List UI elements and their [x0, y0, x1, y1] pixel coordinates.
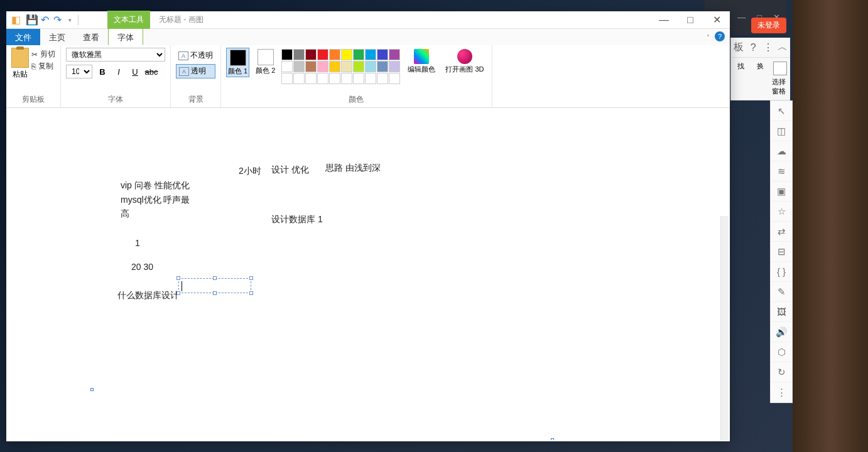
color-swatch[interactable] [281, 49, 293, 60]
rtb-hex-icon[interactable]: ⬡ [771, 342, 792, 362]
rtb-sound-icon[interactable]: 🔊 [771, 322, 792, 342]
color-swatch[interactable] [281, 61, 293, 72]
color-swatch-empty[interactable] [353, 73, 364, 84]
color-swatch[interactable] [365, 61, 376, 72]
paint3d-button[interactable]: 打开画图 3D [443, 48, 486, 75]
color-swatch[interactable] [341, 61, 352, 72]
color-swatch-empty[interactable] [389, 73, 400, 84]
color-swatch[interactable] [317, 49, 328, 60]
paste-button[interactable]: 粘贴 [11, 48, 29, 80]
rtb-cursor-icon[interactable]: ↖ [771, 101, 792, 121]
italic-button[interactable]: I [112, 65, 125, 78]
window-title: 无标题 - 画图 [159, 14, 203, 25]
quick-access-toolbar: ◧ 💾 ↶ ↷ ▾ [6, 14, 84, 26]
strip-board-icon[interactable]: 板 [731, 38, 746, 57]
color2-button[interactable]: 颜色 2 [254, 48, 276, 76]
tab-view[interactable]: 查看 [74, 29, 108, 45]
rtb-flow-icon[interactable]: ≋ [771, 161, 792, 181]
close-button[interactable]: ✕ [703, 11, 730, 29]
chevron-up-icon[interactable]: ︿ [776, 38, 791, 57]
color-swatch[interactable] [329, 49, 340, 60]
color-swatch-empty[interactable] [281, 73, 293, 84]
color-swatch[interactable] [365, 49, 376, 60]
paint-logo-icon[interactable]: ◧ [10, 14, 21, 26]
help-button[interactable]: ? [715, 31, 725, 41]
text-input-box[interactable] [178, 278, 251, 293]
canvas-handle[interactable] [551, 438, 554, 440]
strip-swap[interactable]: 换 [752, 62, 769, 96]
transparent-icon: A [179, 67, 189, 76]
paint-window: ◧ 💾 ↶ ↷ ▾ 文本工具 无标题 - 画图 — □ ✕ 文件 主页 查看 字… [6, 11, 730, 441]
vertical-scrollbar[interactable] [720, 216, 729, 440]
save-icon[interactable]: 💾 [26, 14, 38, 26]
help-icon[interactable]: ? [746, 38, 761, 57]
canvas-handle[interactable] [90, 388, 94, 391]
color-swatch[interactable] [353, 61, 364, 72]
edit-colors-button[interactable]: 编辑颜色 [405, 48, 438, 75]
color-swatch-empty[interactable] [365, 73, 376, 84]
tab-file[interactable]: 文件 [6, 29, 40, 45]
color-swatch[interactable] [305, 49, 317, 60]
qat-dropdown-icon[interactable]: ▾ [64, 14, 75, 26]
rtb-edit-icon[interactable]: ✎ [771, 282, 792, 302]
color-swatch[interactable] [341, 49, 352, 60]
font-family-select[interactable]: 微软雅黑 [66, 48, 165, 62]
rtb-brackets-icon[interactable]: { } [771, 262, 792, 282]
canvas[interactable]: 2小时 设计 优化 思路 由浅到深 vip 问卷 性能优化 mysql优化 呼声… [8, 109, 729, 440]
color-swatch-empty[interactable] [317, 73, 328, 84]
rtb-image-icon[interactable]: 🖼 [771, 302, 792, 322]
rtb-form-icon[interactable]: ⊟ [771, 242, 792, 262]
color-swatch[interactable] [389, 49, 400, 60]
canvas-text: 20 30 [131, 262, 153, 272]
color-swatch[interactable] [317, 61, 328, 72]
color-swatch[interactable] [305, 61, 317, 72]
bg-minimize-icon[interactable]: — [737, 13, 746, 22]
color-swatch[interactable] [389, 61, 400, 72]
color-swatch-empty[interactable] [329, 73, 340, 84]
redo-icon[interactable]: ↷ [52, 14, 63, 26]
color-swatch[interactable] [293, 61, 305, 72]
undo-icon[interactable]: ↶ [39, 14, 50, 26]
rtb-shapes-icon[interactable]: ◫ [771, 121, 792, 141]
bold-button[interactable]: B [96, 65, 109, 78]
color-swatch-empty[interactable] [377, 73, 388, 84]
group-clipboard-label: 剪贴板 [11, 92, 55, 105]
login-button[interactable]: 未登录 [751, 18, 786, 33]
rtb-equals-icon[interactable]: ⇄ [771, 222, 792, 242]
strip-find[interactable]: 找 [732, 62, 749, 96]
color1-button[interactable]: 颜色 1 [226, 48, 249, 77]
tab-home[interactable]: 主页 [40, 29, 74, 45]
strikethrough-button[interactable]: abc [145, 65, 158, 78]
color-swatch[interactable] [377, 61, 388, 72]
color2-label: 颜色 2 [256, 67, 275, 75]
copy-button[interactable]: ⎘复制 [31, 61, 55, 72]
color-swatch[interactable] [353, 49, 364, 60]
maximize-button[interactable]: □ [677, 11, 703, 29]
tab-text[interactable]: 字体 [108, 29, 143, 45]
transparent-button[interactable]: A透明 [176, 64, 215, 78]
cut-button[interactable]: ✂剪切 [31, 49, 55, 60]
underline-button[interactable]: U [129, 65, 141, 78]
minimize-button[interactable]: — [651, 11, 677, 29]
color-swatch-empty[interactable] [293, 73, 305, 84]
opaque-button[interactable]: A不透明 [176, 49, 215, 62]
group-clipboard: 粘贴 ✂剪切 ⎘复制 剪贴板 [6, 45, 61, 107]
color-swatch[interactable] [329, 61, 340, 72]
collapse-ribbon-icon[interactable]: ˄ [707, 34, 710, 41]
color-swatch[interactable] [377, 49, 388, 60]
rtb-star-icon[interactable]: ☆ [771, 202, 792, 222]
color-swatch[interactable] [293, 49, 305, 60]
strip-select-pane[interactable]: 选择窗格 [772, 62, 789, 96]
color-swatch-empty[interactable] [341, 73, 352, 84]
right-toolbar: ↖ ◫ ☁ ≋ ▣ ☆ ⇄ ⊟ { } ✎ 🖼 🔊 ⬡ ↻ ⋮ [770, 100, 793, 403]
canvas-area[interactable]: 2小时 设计 优化 思路 由浅到深 vip 问卷 性能优化 mysql优化 呼声… [8, 109, 729, 440]
more-icon[interactable]: ⋮ [761, 38, 776, 57]
desktop-wood-decor [793, 0, 868, 452]
rtb-picture-icon[interactable]: ▣ [771, 181, 792, 202]
rtb-more-icon[interactable]: ⋮ [771, 382, 792, 402]
rtb-refresh-icon[interactable]: ↻ [771, 362, 792, 382]
font-size-select[interactable]: 10 [66, 65, 92, 78]
color-swatch-empty[interactable] [305, 73, 317, 84]
canvas-text: 高 [121, 208, 129, 220]
rtb-cloud-icon[interactable]: ☁ [771, 141, 792, 161]
